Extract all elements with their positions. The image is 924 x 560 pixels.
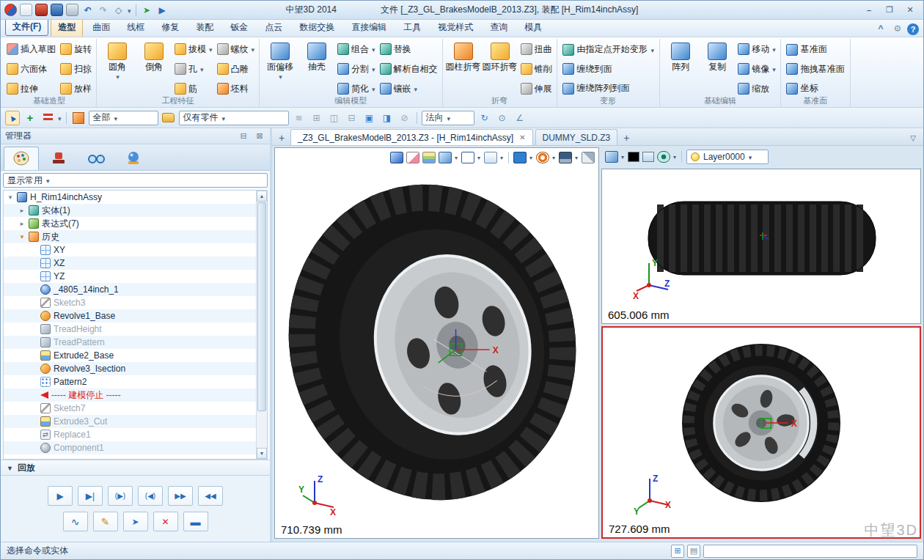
panel-pin-icon[interactable] — [238, 130, 249, 142]
tab-tools[interactable]: 工具 — [396, 18, 428, 37]
selection-dropdown-icon[interactable] — [58, 113, 62, 123]
tab-wireframe[interactable]: 线框 — [120, 18, 152, 37]
background-color-swatch[interactable] — [642, 152, 654, 162]
tree-item-extrude2[interactable]: Extrude2_Base — [4, 349, 256, 362]
copy-button[interactable]: 复制 — [700, 40, 735, 97]
section-view-icon[interactable] — [582, 152, 595, 163]
replace-button[interactable]: 替换 — [378, 40, 439, 58]
face-offset-button[interactable]: 面偏移 — [263, 40, 298, 97]
save-icon[interactable] — [51, 4, 63, 16]
prompt-list-icon[interactable] — [687, 545, 700, 558]
highlight-edges-icon[interactable] — [380, 111, 395, 125]
command-input[interactable] — [703, 545, 917, 558]
select-arrow-icon[interactable] — [5, 111, 20, 125]
tree-item-sketch3[interactable]: Sketch3 — [4, 296, 256, 309]
tree-item-plane-xy[interactable]: XY — [4, 243, 256, 257]
maximize-button[interactable] — [880, 4, 899, 17]
tree-item-plane-yz[interactable]: YZ — [4, 270, 256, 283]
viewport-side[interactable]: Y Z X 605.006 mm — [601, 169, 921, 324]
tree-item-revolve1[interactable]: Revolve1_Base — [4, 309, 256, 323]
replay-spline-button[interactable] — [63, 512, 88, 531]
scrollbar-thumb[interactable] — [257, 202, 266, 411]
replay-fast-forward-button[interactable] — [168, 486, 193, 506]
toroidal-bend-button[interactable]: 圆环折弯 — [483, 40, 518, 97]
settings-gear-icon[interactable] — [890, 22, 905, 35]
replay-rewind-button[interactable] — [198, 486, 223, 506]
insert-sketch-button[interactable]: 插入草图 — [5, 40, 57, 58]
help-icon[interactable] — [907, 23, 919, 35]
mirror-button[interactable]: 镜像 — [736, 60, 777, 78]
filter-palette-icon[interactable] — [73, 112, 84, 124]
tab-close-icon[interactable] — [519, 133, 525, 141]
panel-close-icon[interactable] — [254, 130, 265, 142]
wireframe-display-icon[interactable] — [461, 152, 474, 163]
background-icon[interactable] — [513, 152, 527, 163]
tree-item-sketch7[interactable]: Sketch7 — [4, 402, 256, 415]
close-button[interactable] — [901, 4, 920, 17]
open-part-icon[interactable] — [162, 113, 175, 122]
new-tab-icon[interactable] — [620, 130, 633, 145]
box-button[interactable]: 六面体 — [5, 60, 57, 78]
tab-view-manager[interactable] — [116, 147, 151, 170]
layers-icon[interactable] — [422, 152, 436, 163]
move-button[interactable]: 移动 — [736, 40, 777, 58]
grid-snap-icon[interactable] — [309, 111, 324, 125]
tree-item-component1[interactable]: Component1 — [4, 441, 256, 454]
tree-item-plane-xz[interactable]: XZ — [4, 257, 256, 270]
expander-icon[interactable] — [18, 220, 26, 227]
erase-icon[interactable] — [406, 152, 419, 163]
tab-surface[interactable]: 曲面 — [85, 18, 117, 37]
normal-combo[interactable]: 法向 — [422, 111, 474, 125]
tree-item-expressions[interactable]: 表达式(7) — [4, 217, 256, 230]
tree-item-history[interactable]: 历史 — [4, 230, 256, 243]
selection-list-icon[interactable] — [43, 114, 53, 122]
hole-button[interactable]: 孔 — [173, 60, 214, 78]
replay-run-button[interactable] — [123, 512, 148, 531]
replay-play-button[interactable] — [48, 486, 73, 506]
part-scope-combo[interactable]: 仅有零件 — [179, 111, 289, 125]
thread-button[interactable]: 螺纹 — [216, 40, 257, 58]
input-mode-icon[interactable] — [671, 545, 684, 558]
undo-icon[interactable] — [81, 4, 94, 16]
tab-history-manager[interactable] — [4, 147, 39, 170]
morph-from-point-button[interactable]: 由指定点开始变形 — [560, 40, 657, 59]
drag-datum-button[interactable]: 拖拽基准面 — [784, 60, 847, 78]
divide-button[interactable]: 分割 — [336, 60, 377, 78]
replay-screen-button[interactable] — [183, 512, 208, 531]
align-vertical-icon[interactable] — [327, 111, 342, 125]
tree-item-treadpattern[interactable]: TreadPattern — [4, 336, 256, 349]
tree-item-component[interactable]: _4805_14inch_1 — [4, 283, 256, 296]
visibility-icon[interactable] — [657, 151, 670, 163]
tree-item-replace1[interactable]: Replace1 — [4, 428, 256, 441]
ribbon-collapse-icon[interactable] — [873, 22, 888, 35]
app-logo-icon[interactable] — [4, 4, 17, 16]
tab-assembly-manager[interactable] — [41, 147, 76, 170]
edge-color-swatch[interactable] — [628, 152, 639, 162]
new-tab-icon[interactable] — [275, 130, 288, 145]
viewport-front-active[interactable]: X Z X Y 727.609 mm 中望3D — [601, 326, 921, 539]
combine-button[interactable]: 组合 — [336, 40, 377, 58]
datum-plane-button[interactable]: 基准面 — [784, 40, 847, 59]
cylindrical-bend-button[interactable]: 圆柱折弯 — [446, 40, 481, 97]
replay-edit-button[interactable] — [93, 512, 118, 531]
minimize-button[interactable] — [859, 4, 879, 17]
display-filter-combo[interactable]: 显示常用 — [3, 173, 268, 188]
new-file-icon[interactable] — [20, 4, 32, 16]
replay-back-to-button[interactable] — [138, 486, 163, 506]
tab-shape[interactable]: 造型 — [51, 18, 83, 37]
tab-list-icon[interactable] — [906, 130, 920, 145]
tree-item-extrude3[interactable]: Extrude3_Cut — [4, 415, 256, 428]
render-mode-icon[interactable] — [536, 152, 549, 163]
taper-button[interactable]: 锥削 — [519, 60, 554, 78]
tab-mold[interactable]: 模具 — [517, 18, 549, 37]
resolve-self-intersection-button[interactable]: 解析自相交 — [378, 60, 439, 78]
quick-access-dropdown-icon[interactable] — [128, 5, 131, 15]
expander-icon[interactable] — [7, 194, 14, 201]
tab-visual-style[interactable]: 视觉样式 — [430, 18, 480, 37]
tab-assembly[interactable]: 装配 — [188, 18, 221, 37]
wrap-to-face-button[interactable]: 缠绕到面 — [560, 60, 657, 78]
view-orientation-icon[interactable] — [484, 152, 497, 163]
add-selection-icon[interactable] — [23, 111, 37, 125]
tab-sheetmetal[interactable]: 钣金 — [223, 18, 255, 37]
sweep-button[interactable]: 扫掠 — [59, 60, 93, 78]
